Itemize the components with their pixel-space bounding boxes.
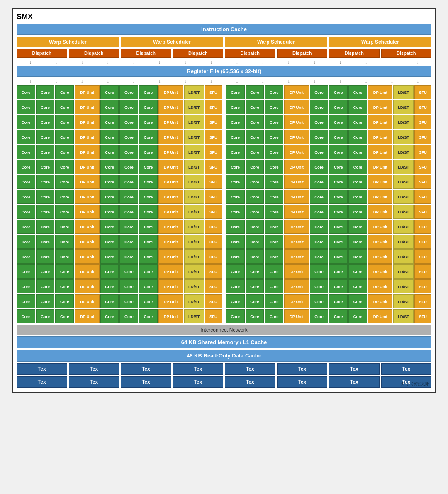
instruction-cache: Instruction Cache (17, 24, 431, 35)
core-cell-dp: DP Unit (158, 309, 183, 323)
core-cell-ldst: LD/ST (184, 130, 204, 144)
core-cell-core: Core (329, 205, 348, 219)
core-cell-core: Core (55, 220, 74, 234)
table-row: CoreCoreCoreDP UnitCoreCoreCoreDP UnitLD… (17, 115, 431, 129)
core-cell-core: Core (36, 100, 55, 114)
dispatch-6: Dispatch (277, 49, 328, 58)
core-cell-dp: DP Unit (284, 130, 309, 144)
arrow-icon: ↓ (391, 59, 393, 65)
core-cell-core: Core (310, 160, 329, 174)
core-cell-core: Core (329, 160, 348, 174)
core-cell-sfu: SFU (414, 294, 431, 308)
core-cell-sfu: SFU (414, 264, 431, 279)
core-cell-core: Core (55, 279, 74, 293)
core-cell-dp: DP Unit (284, 264, 309, 279)
core-cell-dp: DP Unit (158, 160, 183, 174)
core-cell-core: Core (119, 175, 138, 189)
core-cell-dp: DP Unit (158, 264, 183, 279)
core-cell-sfu: SFU (414, 190, 431, 204)
core-cell-sfu: SFU (414, 220, 431, 234)
arrows-down-1: ↓ ↓ ↓ ↓ ↓ ↓ ↓ ↓ ↓ ↓ ↓ ↓ ↓ ↓ ↓ ↓ (17, 59, 431, 65)
tex-12: Tex (173, 376, 224, 388)
core-cell-core: Core (55, 190, 74, 204)
core-cell-core: Core (246, 190, 264, 204)
arrow-icon: ↓ (236, 59, 238, 65)
core-cell-core: Core (348, 235, 367, 249)
core-cell-sfu: SFU (205, 175, 222, 189)
core-cell-core: Core (139, 279, 158, 293)
core-cell-ldst: LD/ST (393, 249, 413, 264)
core-cell-core: Core (119, 249, 138, 264)
core-cell-dp: DP Unit (284, 175, 309, 189)
arrow-icon: ↓ (236, 78, 238, 84)
core-cell-core: Core (226, 130, 245, 144)
core-cell-core: Core (119, 115, 138, 129)
tex-6: Tex (277, 363, 328, 375)
core-cell-dp: DP Unit (75, 309, 100, 323)
core-cell-core: Core (348, 190, 367, 204)
register-file: Register File (65,536 x 32-bit) (17, 66, 431, 77)
interconnect-network: Interconnect Network (17, 325, 431, 335)
tex-14: Tex (277, 376, 328, 388)
core-cell-sfu: SFU (205, 160, 222, 174)
arrow-icon: ↓ (210, 59, 212, 65)
core-cell-dp: DP Unit (284, 235, 309, 249)
core-cell-core: Core (139, 175, 158, 189)
core-cell-core: Core (246, 130, 264, 144)
core-cell-core: Core (265, 175, 283, 189)
core-cell-core: Core (348, 100, 367, 114)
core-cell-sfu: SFU (205, 309, 222, 323)
core-cell-dp: DP Unit (158, 130, 183, 144)
readonly-cache: 48 KB Read-Only Data Cache (17, 350, 431, 362)
cell-gap (223, 115, 225, 129)
core-cell-dp: DP Unit (284, 309, 309, 323)
core-cell-dp: DP Unit (75, 235, 100, 249)
core-cell-core: Core (329, 294, 348, 308)
core-cell-core: Core (55, 264, 74, 279)
core-cell-core: Core (55, 309, 74, 323)
core-cell-core: Core (265, 160, 283, 174)
core-cell-core: Core (348, 279, 367, 293)
core-cell-core: Core (226, 294, 245, 308)
core-cell-core: Core (139, 160, 158, 174)
core-cell-core: Core (265, 100, 283, 114)
core-cell-sfu: SFU (205, 279, 222, 293)
core-cell-core: Core (226, 205, 245, 219)
cell-gap (223, 220, 225, 234)
core-cell-core: Core (265, 279, 283, 293)
core-cell-core: Core (139, 145, 158, 159)
table-row: CoreCoreCoreDP UnitCoreCoreCoreDP UnitLD… (17, 279, 431, 293)
arrow-icon: ↓ (132, 78, 135, 84)
tex-8: Tex (381, 363, 432, 375)
core-cell-ldst: LD/ST (393, 279, 413, 293)
arrow-icon: ↓ (107, 59, 109, 65)
core-cell-dp: DP Unit (75, 145, 100, 159)
dispatch-5: Dispatch (225, 49, 275, 58)
core-cell-sfu: SFU (414, 130, 431, 144)
core-cell-dp: DP Unit (75, 190, 100, 204)
core-cell-dp: DP Unit (368, 294, 393, 308)
tex-7: Tex (329, 363, 380, 375)
table-row: CoreCoreCoreDP UnitCoreCoreCoreDP UnitLD… (17, 235, 431, 249)
core-cell-ldst: LD/ST (393, 294, 413, 308)
core-cell-core: Core (246, 100, 264, 114)
core-cell-core: Core (139, 205, 158, 219)
dispatch-row: Dispatch Dispatch Dispatch Dispatch Disp… (17, 49, 431, 58)
core-cell-core: Core (100, 85, 119, 99)
core-cell-core: Core (226, 220, 245, 234)
core-cell-sfu: SFU (414, 115, 431, 129)
core-cell-sfu: SFU (205, 100, 222, 114)
core-cell-ldst: LD/ST (393, 160, 413, 174)
core-cell-core: Core (329, 279, 348, 293)
core-cell-core: Core (265, 85, 283, 99)
tex-row-1: Tex Tex Tex Tex Tex Tex Tex Tex (17, 363, 431, 375)
cell-gap (223, 205, 225, 219)
core-cell-core: Core (329, 235, 348, 249)
arrow-icon: ↓ (29, 59, 32, 65)
cell-gap (223, 264, 225, 279)
core-cell-core: Core (119, 235, 138, 249)
core-cell-dp: DP Unit (75, 264, 100, 279)
arrow-icon: ↓ (365, 78, 367, 84)
core-cell-core: Core (265, 309, 283, 323)
core-cell-core: Core (139, 235, 158, 249)
